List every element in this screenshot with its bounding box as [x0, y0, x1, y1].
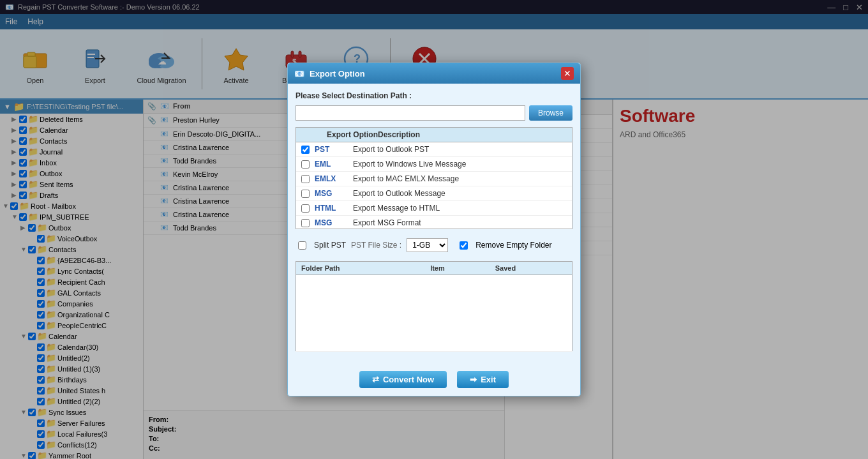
- export-opt-name: EMLX: [315, 174, 353, 183]
- destination-input[interactable]: [296, 105, 525, 121]
- export-option-checkbox[interactable]: [301, 175, 310, 183]
- convert-now-button[interactable]: ⇄ Convert Now: [359, 371, 447, 388]
- export-option-row[interactable]: MSG Export to Outlook Message: [296, 186, 572, 201]
- export-option-row[interactable]: HTML Export Message to HTML: [296, 201, 572, 216]
- export-options-header: Export Option Description: [296, 128, 572, 142]
- modal-titlebar: 📧 Export Option ✕: [288, 63, 580, 84]
- destination-label: Please Select Destination Path :: [296, 91, 572, 100]
- item-col-header: Item: [425, 262, 490, 275]
- remove-empty-checkbox[interactable]: [460, 241, 468, 250]
- split-pst-row: Split PST PST File Size : 1-GB2-GB5-GB10…: [296, 236, 572, 255]
- convert-arrow-icon: ⇄: [372, 375, 379, 384]
- export-opt-desc: Export to MAC EMLX Message: [353, 174, 567, 183]
- export-option-row[interactable]: MSG Export MSG Format: [296, 216, 572, 229]
- modal-exit-button[interactable]: ➡ Exit: [457, 371, 509, 388]
- file-size-label: PST File Size :: [351, 241, 401, 250]
- export-opt-name: EML: [315, 160, 353, 169]
- export-option-row[interactable]: PST Export to Outlook PST: [296, 142, 572, 157]
- modal-footer: ⇄ Convert Now ➡ Exit: [288, 366, 580, 396]
- file-size-select[interactable]: 1-GB2-GB5-GB10-GB: [407, 238, 448, 252]
- export-option-row[interactable]: EML Export to Windows Live Message: [296, 157, 572, 172]
- modal-title-left: 📧 Export Option: [294, 69, 365, 79]
- browse-button[interactable]: Browse: [529, 105, 572, 121]
- split-pst-checkbox[interactable]: [298, 241, 306, 250]
- modal-overlay: 📧 Export Option ✕ Please Select Destinat…: [0, 0, 868, 459]
- folder-path-col-header: Folder Path: [296, 262, 426, 275]
- folder-path-table: Folder Path Item Saved: [296, 261, 572, 352]
- modal-icon: 📧: [294, 69, 304, 79]
- export-option-checkbox[interactable]: [301, 219, 310, 227]
- export-option-col-header: Export Option: [327, 130, 378, 139]
- export-opt-name: MSG: [315, 189, 353, 198]
- export-opt-desc: Export MSG Format: [353, 218, 567, 227]
- export-opt-desc: Export to Windows Live Message: [353, 160, 567, 169]
- export-opt-desc: Export to Outlook Message: [353, 189, 567, 198]
- destination-row: Browse: [296, 105, 572, 121]
- convert-now-label: Convert Now: [383, 375, 434, 384]
- export-option-modal: 📧 Export Option ✕ Please Select Destinat…: [287, 63, 581, 396]
- export-opt-desc: Export Message to HTML: [353, 204, 567, 213]
- modal-title: Export Option: [310, 69, 365, 79]
- export-options-container: Export Option Description PST Export to …: [296, 127, 572, 229]
- saved-col-header: Saved: [490, 262, 572, 275]
- export-opt-desc: Export to Outlook PST: [353, 145, 567, 154]
- modal-body: Please Select Destination Path : Browse …: [288, 84, 580, 366]
- export-option-checkbox[interactable]: [301, 160, 310, 169]
- export-opt-name: PST: [315, 145, 353, 154]
- modal-exit-label: Exit: [481, 375, 496, 384]
- export-desc-col-header: Description: [378, 130, 420, 139]
- export-option-checkbox[interactable]: [301, 190, 310, 198]
- remove-empty-label: Remove Empty Folder: [475, 241, 551, 250]
- export-opt-name: MSG: [315, 218, 353, 227]
- export-opt-name: HTML: [315, 204, 353, 213]
- export-option-checkbox[interactable]: [301, 146, 310, 154]
- export-option-row[interactable]: EMLX Export to MAC EMLX Message: [296, 172, 572, 186]
- modal-close-button[interactable]: ✕: [561, 67, 574, 80]
- export-option-checkbox[interactable]: [301, 204, 310, 213]
- folder-path-body: [296, 275, 572, 352]
- export-options-rows: PST Export to Outlook PST EML Export to …: [296, 142, 572, 229]
- split-pst-label: Split PST: [314, 241, 346, 250]
- exit-arrow-icon: ➡: [470, 375, 477, 384]
